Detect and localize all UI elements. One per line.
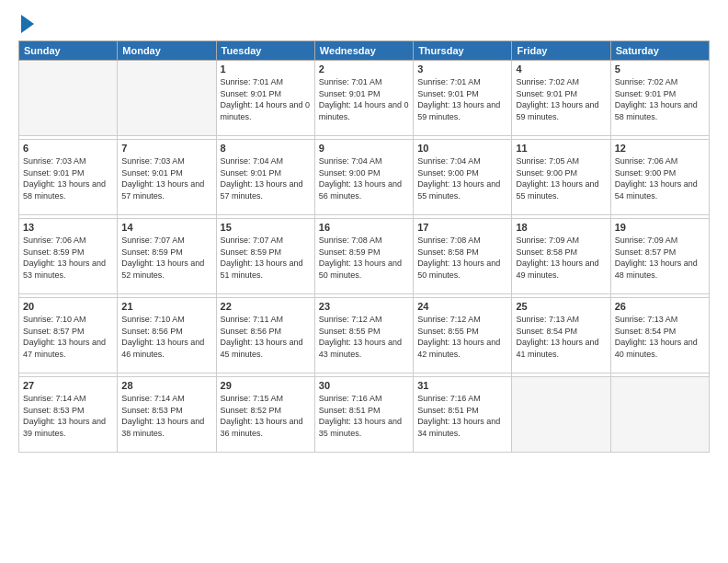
day-number: 23 (319, 301, 409, 312)
day-number: 9 (319, 143, 409, 154)
calendar-cell: 27Sunrise: 7:14 AMSunset: 8:53 PMDayligh… (19, 377, 118, 453)
day-number: 14 (121, 222, 211, 233)
day-detail: Sunrise: 7:02 AMSunset: 9:01 PMDaylight:… (615, 76, 705, 122)
calendar-cell: 23Sunrise: 7:12 AMSunset: 8:55 PMDayligh… (314, 298, 413, 373)
day-detail: Sunrise: 7:15 AMSunset: 8:52 PMDaylight:… (221, 393, 311, 439)
calendar-cell: 8Sunrise: 7:04 AMSunset: 9:01 PMDaylight… (216, 140, 314, 215)
day-detail: Sunrise: 7:09 AMSunset: 8:58 PMDaylight:… (516, 235, 606, 281)
header (18, 17, 710, 33)
day-number: 18 (516, 222, 606, 233)
day-number: 4 (516, 63, 606, 75)
day-detail: Sunrise: 7:12 AMSunset: 8:55 PMDaylight:… (417, 314, 507, 360)
calendar-cell: 31Sunrise: 7:16 AMSunset: 8:51 PMDayligh… (414, 377, 512, 453)
calendar-cell: 15Sunrise: 7:07 AMSunset: 8:59 PMDayligh… (216, 219, 314, 294)
day-detail: Sunrise: 7:11 AMSunset: 8:56 PMDaylight:… (221, 314, 311, 360)
calendar-cell: 18Sunrise: 7:09 AMSunset: 8:58 PMDayligh… (512, 219, 610, 294)
day-detail: Sunrise: 7:02 AMSunset: 9:01 PMDaylight:… (516, 76, 606, 122)
calendar-cell: 3Sunrise: 7:01 AMSunset: 9:01 PMDaylight… (414, 61, 512, 136)
day-detail: Sunrise: 7:13 AMSunset: 8:54 PMDaylight:… (516, 314, 606, 360)
calendar-cell: 11Sunrise: 7:05 AMSunset: 9:00 PMDayligh… (512, 140, 610, 215)
calendar-cell: 13Sunrise: 7:06 AMSunset: 8:59 PMDayligh… (19, 219, 118, 294)
day-detail: Sunrise: 7:13 AMSunset: 8:54 PMDaylight:… (615, 314, 705, 360)
day-detail: Sunrise: 7:16 AMSunset: 8:51 PMDaylight:… (417, 393, 507, 439)
calendar-cell (512, 377, 610, 453)
day-detail: Sunrise: 7:01 AMSunset: 9:01 PMDaylight:… (417, 76, 507, 122)
calendar-cell: 19Sunrise: 7:09 AMSunset: 8:57 PMDayligh… (610, 219, 709, 294)
day-detail: Sunrise: 7:16 AMSunset: 8:51 PMDaylight:… (319, 393, 409, 439)
calendar-cell: 7Sunrise: 7:03 AMSunset: 9:01 PMDaylight… (118, 140, 216, 215)
calendar-header-sunday: Sunday (19, 41, 118, 61)
calendar-cell: 20Sunrise: 7:10 AMSunset: 8:57 PMDayligh… (19, 298, 118, 373)
day-detail: Sunrise: 7:09 AMSunset: 8:57 PMDaylight:… (615, 235, 705, 281)
calendar-cell: 4Sunrise: 7:02 AMSunset: 9:01 PMDaylight… (512, 61, 610, 136)
day-detail: Sunrise: 7:04 AMSunset: 9:01 PMDaylight:… (221, 155, 311, 201)
calendar-cell: 26Sunrise: 7:13 AMSunset: 8:54 PMDayligh… (610, 298, 709, 373)
page: SundayMondayTuesdayWednesdayThursdayFrid… (0, 0, 728, 563)
calendar-cell: 12Sunrise: 7:06 AMSunset: 9:00 PMDayligh… (610, 140, 709, 215)
day-detail: Sunrise: 7:04 AMSunset: 9:00 PMDaylight:… (319, 155, 409, 201)
day-number: 31 (417, 380, 507, 391)
calendar: SundayMondayTuesdayWednesdayThursdayFrid… (18, 40, 710, 453)
day-number: 28 (121, 380, 211, 391)
calendar-week-5: 27Sunrise: 7:14 AMSunset: 8:53 PMDayligh… (19, 377, 710, 453)
day-detail: Sunrise: 7:04 AMSunset: 9:00 PMDaylight:… (417, 155, 507, 201)
calendar-cell: 24Sunrise: 7:12 AMSunset: 8:55 PMDayligh… (414, 298, 512, 373)
day-number: 15 (221, 222, 311, 233)
day-number: 6 (23, 143, 113, 154)
day-number: 22 (221, 301, 311, 312)
day-number: 5 (615, 63, 705, 75)
calendar-cell: 1Sunrise: 7:01 AMSunset: 9:01 PMDaylight… (216, 61, 314, 136)
day-detail: Sunrise: 7:06 AMSunset: 8:59 PMDaylight:… (23, 235, 113, 281)
day-number: 24 (417, 301, 507, 312)
day-detail: Sunrise: 7:10 AMSunset: 8:56 PMDaylight:… (121, 314, 211, 360)
day-number: 7 (121, 143, 211, 154)
day-number: 11 (516, 143, 606, 154)
day-detail: Sunrise: 7:08 AMSunset: 8:58 PMDaylight:… (417, 235, 507, 281)
calendar-header-thursday: Thursday (414, 41, 512, 61)
day-number: 20 (23, 301, 113, 312)
day-detail: Sunrise: 7:05 AMSunset: 9:00 PMDaylight:… (516, 155, 606, 201)
day-detail: Sunrise: 7:07 AMSunset: 8:59 PMDaylight:… (221, 235, 311, 281)
calendar-week-2: 6Sunrise: 7:03 AMSunset: 9:01 PMDaylight… (19, 140, 710, 215)
calendar-header-wednesday: Wednesday (314, 41, 413, 61)
day-number: 12 (615, 143, 705, 154)
calendar-cell: 5Sunrise: 7:02 AMSunset: 9:01 PMDaylight… (610, 61, 709, 136)
calendar-header-friday: Friday (512, 41, 610, 61)
day-number: 17 (417, 222, 507, 233)
day-detail: Sunrise: 7:14 AMSunset: 8:53 PMDaylight:… (23, 393, 113, 439)
day-detail: Sunrise: 7:03 AMSunset: 9:01 PMDaylight:… (121, 155, 211, 201)
calendar-cell (610, 377, 709, 453)
day-detail: Sunrise: 7:07 AMSunset: 8:59 PMDaylight:… (121, 235, 211, 281)
day-number: 2 (319, 63, 409, 75)
day-detail: Sunrise: 7:14 AMSunset: 8:53 PMDaylight:… (121, 393, 211, 439)
day-number: 25 (516, 301, 606, 312)
calendar-week-4: 20Sunrise: 7:10 AMSunset: 8:57 PMDayligh… (19, 298, 710, 373)
day-number: 13 (23, 222, 113, 233)
day-number: 29 (221, 380, 311, 391)
day-number: 3 (417, 63, 507, 75)
day-number: 27 (23, 380, 113, 391)
day-number: 8 (221, 143, 311, 154)
logo-arrow-icon (21, 15, 34, 33)
day-number: 21 (121, 301, 211, 312)
day-detail: Sunrise: 7:10 AMSunset: 8:57 PMDaylight:… (23, 314, 113, 360)
calendar-week-1: 1Sunrise: 7:01 AMSunset: 9:01 PMDaylight… (19, 61, 710, 136)
day-number: 30 (319, 380, 409, 391)
calendar-cell: 10Sunrise: 7:04 AMSunset: 9:00 PMDayligh… (414, 140, 512, 215)
day-detail: Sunrise: 7:01 AMSunset: 9:01 PMDaylight:… (221, 76, 311, 122)
calendar-cell: 6Sunrise: 7:03 AMSunset: 9:01 PMDaylight… (19, 140, 118, 215)
day-number: 16 (319, 222, 409, 233)
calendar-header-row: SundayMondayTuesdayWednesdayThursdayFrid… (19, 41, 710, 61)
day-number: 1 (221, 63, 311, 75)
day-detail: Sunrise: 7:06 AMSunset: 9:00 PMDaylight:… (615, 155, 705, 201)
logo (18, 17, 34, 33)
day-detail: Sunrise: 7:08 AMSunset: 8:59 PMDaylight:… (319, 235, 409, 281)
calendar-cell: 9Sunrise: 7:04 AMSunset: 9:00 PMDaylight… (314, 140, 413, 215)
calendar-cell: 21Sunrise: 7:10 AMSunset: 8:56 PMDayligh… (118, 298, 216, 373)
calendar-cell: 16Sunrise: 7:08 AMSunset: 8:59 PMDayligh… (314, 219, 413, 294)
calendar-cell: 17Sunrise: 7:08 AMSunset: 8:58 PMDayligh… (414, 219, 512, 294)
calendar-week-3: 13Sunrise: 7:06 AMSunset: 8:59 PMDayligh… (19, 219, 710, 294)
day-number: 10 (417, 143, 507, 154)
day-number: 26 (615, 301, 705, 312)
calendar-cell (118, 61, 216, 136)
